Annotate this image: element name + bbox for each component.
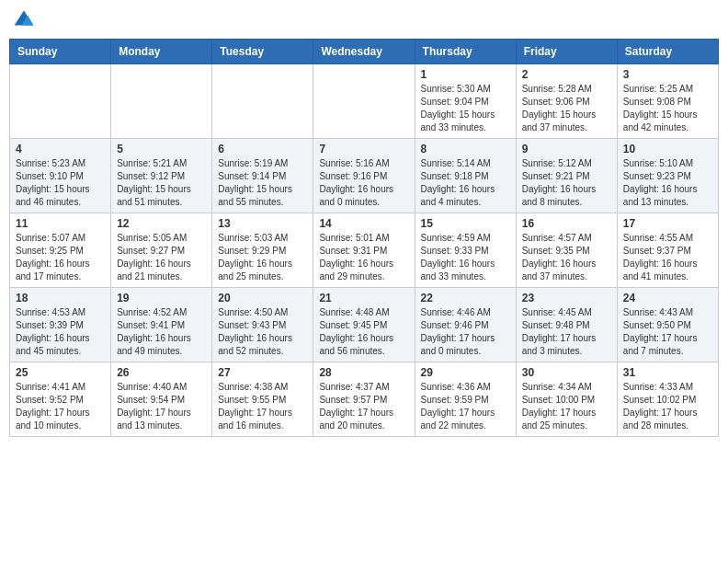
day-info: Sunrise: 5:16 AM Sunset: 9:16 PM Dayligh…	[319, 157, 408, 209]
day-number: 30	[522, 366, 611, 379]
calendar-cell: 11Sunrise: 5:07 AM Sunset: 9:25 PM Dayli…	[10, 213, 111, 288]
day-number: 10	[623, 143, 712, 155]
day-number: 19	[117, 292, 206, 304]
day-number: 16	[522, 217, 611, 230]
calendar-cell: 10Sunrise: 5:10 AM Sunset: 9:23 PM Dayli…	[617, 139, 718, 213]
weekday-header-saturday: Saturday	[617, 40, 718, 64]
calendar-week-row: 25Sunrise: 4:41 AM Sunset: 9:52 PM Dayli…	[10, 362, 719, 437]
calendar-cell: 16Sunrise: 4:57 AM Sunset: 9:35 PM Dayli…	[516, 213, 617, 288]
day-number: 12	[117, 217, 206, 230]
day-info: Sunrise: 4:57 AM Sunset: 9:35 PM Dayligh…	[522, 232, 611, 283]
day-number: 18	[16, 292, 105, 304]
day-number: 25	[16, 366, 105, 379]
calendar-cell: 12Sunrise: 5:05 AM Sunset: 9:27 PM Dayli…	[111, 213, 212, 288]
weekday-header-friday: Friday	[516, 40, 617, 64]
day-number: 4	[16, 143, 105, 155]
calendar-cell: 28Sunrise: 4:37 AM Sunset: 9:57 PM Dayli…	[313, 362, 415, 437]
day-info: Sunrise: 4:48 AM Sunset: 9:45 PM Dayligh…	[319, 306, 408, 358]
day-info: Sunrise: 4:41 AM Sunset: 9:52 PM Dayligh…	[16, 381, 105, 432]
calendar-cell	[111, 64, 212, 139]
calendar-cell: 4Sunrise: 5:23 AM Sunset: 9:10 PM Daylig…	[10, 139, 111, 213]
day-info: Sunrise: 4:43 AM Sunset: 9:50 PM Dayligh…	[623, 306, 712, 358]
calendar-cell: 25Sunrise: 4:41 AM Sunset: 9:52 PM Dayli…	[10, 362, 111, 437]
weekday-header-monday: Monday	[111, 40, 212, 64]
day-number: 6	[218, 143, 307, 155]
day-number: 15	[421, 217, 510, 230]
day-info: Sunrise: 5:12 AM Sunset: 9:21 PM Dayligh…	[522, 157, 611, 209]
page-header	[9, 9, 719, 31]
calendar-cell: 3Sunrise: 5:25 AM Sunset: 9:08 PM Daylig…	[617, 64, 718, 139]
day-info: Sunrise: 4:59 AM Sunset: 9:33 PM Dayligh…	[421, 232, 510, 283]
calendar-cell: 27Sunrise: 4:38 AM Sunset: 9:55 PM Dayli…	[212, 362, 313, 437]
day-number: 7	[319, 143, 408, 155]
calendar-cell: 23Sunrise: 4:45 AM Sunset: 9:48 PM Dayli…	[516, 288, 617, 362]
calendar-cell: 15Sunrise: 4:59 AM Sunset: 9:33 PM Dayli…	[415, 213, 516, 288]
calendar-cell: 13Sunrise: 5:03 AM Sunset: 9:29 PM Dayli…	[212, 213, 313, 288]
day-info: Sunrise: 4:33 AM Sunset: 10:02 PM Daylig…	[623, 381, 712, 432]
weekday-header-wednesday: Wednesday	[313, 40, 415, 64]
calendar-cell: 30Sunrise: 4:34 AM Sunset: 10:00 PM Dayl…	[516, 362, 617, 437]
day-info: Sunrise: 4:45 AM Sunset: 9:48 PM Dayligh…	[522, 306, 611, 358]
day-number: 31	[623, 366, 712, 379]
calendar-cell: 24Sunrise: 4:43 AM Sunset: 9:50 PM Dayli…	[617, 288, 718, 362]
day-info: Sunrise: 5:01 AM Sunset: 9:31 PM Dayligh…	[319, 232, 408, 283]
weekday-header-tuesday: Tuesday	[212, 40, 313, 64]
day-number: 14	[319, 217, 408, 230]
day-number: 28	[319, 366, 408, 379]
logo	[13, 9, 37, 31]
calendar-week-row: 18Sunrise: 4:53 AM Sunset: 9:39 PM Dayli…	[10, 288, 719, 362]
day-number: 23	[522, 292, 611, 304]
calendar-cell: 26Sunrise: 4:40 AM Sunset: 9:54 PM Dayli…	[111, 362, 212, 437]
day-info: Sunrise: 5:30 AM Sunset: 9:04 PM Dayligh…	[421, 83, 510, 134]
day-info: Sunrise: 5:19 AM Sunset: 9:14 PM Dayligh…	[218, 157, 307, 209]
day-info: Sunrise: 5:07 AM Sunset: 9:25 PM Dayligh…	[16, 232, 105, 283]
calendar-cell: 19Sunrise: 4:52 AM Sunset: 9:41 PM Dayli…	[111, 288, 212, 362]
day-info: Sunrise: 5:14 AM Sunset: 9:18 PM Dayligh…	[421, 157, 510, 209]
calendar-cell: 9Sunrise: 5:12 AM Sunset: 9:21 PM Daylig…	[516, 139, 617, 213]
day-number: 21	[319, 292, 408, 304]
day-info: Sunrise: 4:37 AM Sunset: 9:57 PM Dayligh…	[319, 381, 408, 432]
day-number: 9	[522, 143, 611, 155]
day-number: 2	[522, 68, 611, 81]
day-info: Sunrise: 5:28 AM Sunset: 9:06 PM Dayligh…	[522, 83, 611, 134]
calendar-header-row: SundayMondayTuesdayWednesdayThursdayFrid…	[10, 40, 719, 64]
calendar-cell: 6Sunrise: 5:19 AM Sunset: 9:14 PM Daylig…	[212, 139, 313, 213]
weekday-header-thursday: Thursday	[415, 40, 516, 64]
calendar-cell: 8Sunrise: 5:14 AM Sunset: 9:18 PM Daylig…	[415, 139, 516, 213]
calendar-cell: 5Sunrise: 5:21 AM Sunset: 9:12 PM Daylig…	[111, 139, 212, 213]
day-info: Sunrise: 4:55 AM Sunset: 9:37 PM Dayligh…	[623, 232, 712, 283]
weekday-header-sunday: Sunday	[10, 40, 111, 64]
day-info: Sunrise: 4:46 AM Sunset: 9:46 PM Dayligh…	[421, 306, 510, 358]
day-number: 17	[623, 217, 712, 230]
calendar-week-row: 1Sunrise: 5:30 AM Sunset: 9:04 PM Daylig…	[10, 64, 719, 139]
day-info: Sunrise: 4:52 AM Sunset: 9:41 PM Dayligh…	[117, 306, 206, 358]
calendar-table: SundayMondayTuesdayWednesdayThursdayFrid…	[9, 39, 719, 437]
day-info: Sunrise: 4:38 AM Sunset: 9:55 PM Dayligh…	[218, 381, 307, 432]
calendar-cell: 17Sunrise: 4:55 AM Sunset: 9:37 PM Dayli…	[617, 213, 718, 288]
day-number: 1	[421, 68, 510, 81]
calendar-cell: 14Sunrise: 5:01 AM Sunset: 9:31 PM Dayli…	[313, 213, 415, 288]
calendar-cell: 2Sunrise: 5:28 AM Sunset: 9:06 PM Daylig…	[516, 64, 617, 139]
day-number: 13	[218, 217, 307, 230]
day-number: 11	[16, 217, 105, 230]
day-info: Sunrise: 4:50 AM Sunset: 9:43 PM Dayligh…	[218, 306, 307, 358]
day-info: Sunrise: 4:36 AM Sunset: 9:59 PM Dayligh…	[421, 381, 510, 432]
calendar-week-row: 11Sunrise: 5:07 AM Sunset: 9:25 PM Dayli…	[10, 213, 719, 288]
day-number: 26	[117, 366, 206, 379]
logo-icon	[13, 9, 35, 31]
calendar-cell: 22Sunrise: 4:46 AM Sunset: 9:46 PM Dayli…	[415, 288, 516, 362]
day-info: Sunrise: 5:23 AM Sunset: 9:10 PM Dayligh…	[16, 157, 105, 209]
day-number: 27	[218, 366, 307, 379]
day-info: Sunrise: 5:05 AM Sunset: 9:27 PM Dayligh…	[117, 232, 206, 283]
calendar-cell: 7Sunrise: 5:16 AM Sunset: 9:16 PM Daylig…	[313, 139, 415, 213]
calendar-cell: 18Sunrise: 4:53 AM Sunset: 9:39 PM Dayli…	[10, 288, 111, 362]
day-info: Sunrise: 4:34 AM Sunset: 10:00 PM Daylig…	[522, 381, 611, 432]
day-number: 24	[623, 292, 712, 304]
calendar-cell: 31Sunrise: 4:33 AM Sunset: 10:02 PM Dayl…	[617, 362, 718, 437]
day-info: Sunrise: 4:40 AM Sunset: 9:54 PM Dayligh…	[117, 381, 206, 432]
calendar-cell	[313, 64, 415, 139]
calendar-cell: 1Sunrise: 5:30 AM Sunset: 9:04 PM Daylig…	[415, 64, 516, 139]
day-number: 29	[421, 366, 510, 379]
calendar-cell: 20Sunrise: 4:50 AM Sunset: 9:43 PM Dayli…	[212, 288, 313, 362]
day-info: Sunrise: 5:10 AM Sunset: 9:23 PM Dayligh…	[623, 157, 712, 209]
